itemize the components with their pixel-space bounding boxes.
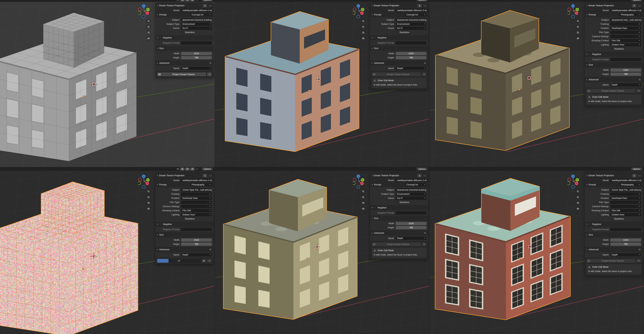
negative-section-header-checkbox[interactable] — [159, 223, 162, 225]
advanced-section-header[interactable]: ▸Advanced — [157, 61, 212, 65]
project-dream-texture-button[interactable]: Project Dream Texture — [157, 72, 206, 76]
negative-section-header[interactable]: ▾Negative — [372, 35, 426, 40]
download-icon[interactable] — [417, 4, 422, 7]
proportional-editing-icon[interactable] — [196, 167, 198, 171]
prompt-preset-select[interactable]: Concept Art▾ — [190, 13, 212, 16]
dropdown-select[interactable]: Film Still▾ — [610, 209, 641, 212]
negative-prompt-input[interactable] — [181, 228, 212, 231]
panel-header[interactable]: ▾Dream Texture Projection — [157, 3, 212, 8]
split-text-input[interactable] — [610, 35, 637, 38]
advanced-section-header[interactable]: ▸Advanced — [372, 61, 426, 65]
negative-prompt-input[interactable] — [396, 211, 426, 215]
negative-section-header-checkbox[interactable] — [159, 36, 162, 39]
negative-prompt-input[interactable] — [610, 58, 641, 61]
building-mesh[interactable] — [436, 10, 570, 151]
drag-handle-dots-icon[interactable] — [424, 175, 426, 176]
close-button[interactable]: × — [207, 259, 212, 263]
download-icon[interactable] — [632, 174, 636, 177]
mirror-icon[interactable] — [176, 167, 180, 171]
axis-negative-handle[interactable] — [353, 178, 356, 181]
size-section-header[interactable]: ▾Size — [372, 216, 426, 220]
close-button[interactable]: × — [636, 259, 641, 263]
axis-negative-handle[interactable] — [568, 11, 570, 14]
seamless-checkbox[interactable] — [181, 218, 184, 220]
project-dream-texture-button[interactable]: Project Dream Texture — [586, 89, 636, 93]
drag-handle-dots-icon[interactable] — [209, 175, 212, 176]
width-input[interactable]: 1024 — [396, 52, 426, 55]
drag-handle-dots-icon[interactable] — [209, 5, 212, 6]
negative-section-header-checkbox[interactable] — [589, 223, 591, 225]
advanced-presets-icon[interactable] — [209, 248, 212, 251]
split-text-input[interactable] — [181, 205, 208, 208]
drag-handle-dots-icon[interactable] — [424, 5, 426, 6]
size-section-header[interactable]: ▾Size — [586, 63, 641, 67]
dropdown-select[interactable]: Overhead View▾ — [610, 26, 641, 30]
download-icon[interactable] — [417, 174, 422, 177]
negative-prompt-input[interactable] — [396, 41, 426, 44]
negative-section-header[interactable]: ▾Negative — [586, 52, 641, 56]
perspective-grid-icon[interactable] — [576, 206, 580, 211]
mirror-axis-z-button[interactable]: Z — [190, 0, 194, 1]
pan-hand-icon[interactable] — [361, 24, 366, 29]
seamless-checkbox[interactable] — [396, 201, 398, 203]
advanced-presets-icon[interactable] — [424, 231, 426, 235]
camera-view-icon[interactable] — [361, 201, 366, 205]
perspective-grid-icon[interactable] — [576, 36, 580, 41]
text-input[interactable]: Anime Style Pai...cold atmosphere — [610, 188, 641, 192]
axis-negative-handle[interactable] — [138, 11, 141, 14]
mirror-axis-y-button[interactable]: Y — [185, 0, 190, 1]
axis-gizmo[interactable]: ZYX — [138, 3, 150, 19]
viewport-options-button[interactable]: Options — [631, 0, 642, 1]
cancel-circle-button[interactable]: ⊗ — [202, 259, 206, 263]
prompt-section-header[interactable]: ▾PromptPhotography▾ — [586, 183, 641, 187]
close-button[interactable]: × — [636, 89, 641, 93]
width-input[interactable]: 1024 — [610, 68, 641, 72]
perspective-grid-icon[interactable] — [146, 206, 151, 211]
camera-view-icon[interactable] — [146, 30, 151, 35]
axis-negative-handle[interactable] — [353, 11, 356, 14]
negative-section-header[interactable]: ▾Negative — [157, 35, 212, 40]
building-mesh[interactable] — [225, 11, 359, 152]
model-select[interactable]: stabilityai/stable-diffusion-2-de...▾ — [610, 179, 641, 182]
camera-view-icon[interactable] — [146, 201, 151, 205]
prompt-preset-select[interactable]: Photography▾ — [620, 183, 641, 186]
axis-negative-handle[interactable] — [138, 8, 142, 11]
inputs-select[interactable]: Depth▾ — [396, 67, 426, 70]
text-input[interactable]: abandoned industrial building — [396, 188, 426, 192]
width-input[interactable]: 1024 — [610, 238, 641, 242]
prompt-preset-select[interactable]: Concept Art▾ — [405, 183, 426, 186]
axis-gizmo[interactable]: ZYX — [568, 3, 579, 19]
axis-negative-handle[interactable] — [568, 8, 571, 11]
close-button[interactable]: × — [422, 72, 426, 76]
dropdown-select[interactable]: Film Still▾ — [181, 209, 212, 212]
axis-negative-handle[interactable] — [353, 182, 356, 185]
pan-hand-icon[interactable] — [576, 24, 580, 29]
zoom-icon[interactable] — [146, 189, 151, 194]
split-text-input[interactable] — [610, 205, 637, 208]
prompt-preset-select[interactable]: Photography▾ — [620, 13, 641, 16]
axis-negative-handle[interactable] — [357, 15, 360, 18]
axis-gizmo[interactable]: ZYX — [353, 3, 364, 19]
dropdown-select[interactable]: Overhead View▾ — [610, 197, 641, 200]
model-select[interactable]: stabilityai/stable-diffusion-2-de...▾ — [396, 179, 426, 182]
axis-negative-handle[interactable] — [138, 182, 141, 185]
prompt-section-header[interactable]: ▾PromptConcept Art▾ — [157, 12, 212, 17]
height-input[interactable]: 768 — [181, 243, 212, 246]
split-dropdown-button[interactable]: ▾ — [637, 31, 641, 34]
panel-header[interactable]: ▾Dream Texture Projection — [372, 3, 426, 8]
project-dream-texture-button[interactable]: Project Dream Texture — [372, 242, 421, 246]
mirror-axis-z-button[interactable]: Z — [190, 168, 194, 171]
prompt-section-header[interactable]: ▾PromptConcept Art▾ — [372, 12, 426, 17]
split-dropdown-button[interactable]: ▾ — [637, 192, 641, 196]
mirror-axis-y-button[interactable]: Y — [185, 168, 190, 171]
text-input[interactable]: abandoned indu...cold atmosphere — [610, 18, 641, 21]
height-input[interactable]: 768 — [610, 73, 641, 76]
mirror-icon[interactable] — [176, 0, 180, 1]
download-icon[interactable] — [202, 4, 207, 7]
split-dropdown-button[interactable]: ▾ — [637, 22, 641, 26]
building-mesh[interactable] — [223, 179, 357, 320]
advanced-section-header[interactable]: ▸Advanced — [586, 77, 641, 82]
dropdown-select[interactable]: Environment▾ — [396, 22, 426, 26]
negative-prompt-input[interactable] — [610, 228, 641, 231]
axis-gizmo[interactable]: ZYX — [568, 173, 579, 190]
